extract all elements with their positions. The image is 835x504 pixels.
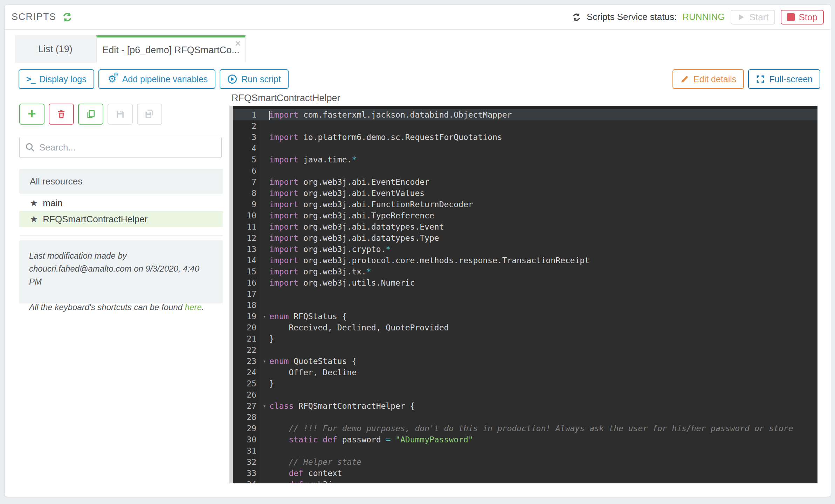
refresh-icon[interactable]	[62, 12, 73, 22]
code-line[interactable]: 20 Received, Declined, QuoteProvided	[233, 322, 817, 333]
code-text: import org.web3j.abi.EventEncoder	[269, 176, 429, 188]
tab-edit-label: Edit - [p6_demo] RFQSmartCo...	[102, 45, 240, 56]
fold-spacer	[260, 210, 269, 221]
save-script-button[interactable]	[108, 104, 133, 125]
delete-script-button[interactable]	[49, 104, 74, 125]
code-line[interactable]: 3import io.platform6.demo.sc.RequestForQ…	[233, 132, 817, 143]
code-text: import org.web3j.abi.TypeReference	[269, 210, 434, 221]
line-number: 30	[233, 434, 260, 445]
code-line[interactable]: 9import org.web3j.abi.FunctionReturnDeco…	[233, 199, 817, 210]
line-number: 27	[233, 400, 260, 412]
code-line[interactable]: 11import org.web3j.abi.datatypes.Event	[233, 221, 817, 232]
fold-spacer	[260, 445, 269, 456]
line-number: 22	[233, 344, 260, 356]
shortcuts-line: All the keyboard's shortcuts can be foun…	[29, 301, 213, 314]
fold-toggle-icon[interactable]: ▾	[260, 356, 269, 367]
code-text: }	[269, 333, 274, 344]
code-line[interactable]: 24 Offer, Decline	[233, 367, 817, 378]
run-script-button[interactable]: Run script	[220, 69, 289, 89]
groovy-script-icon: ★	[30, 215, 38, 224]
fold-spacer	[260, 176, 269, 188]
play-icon	[737, 13, 745, 21]
code-line[interactable]: 27▾class RFQSmartContractHelper {	[233, 400, 817, 412]
add-pipeline-variables-button[interactable]: ⚙⚙ Add pipeline variables	[98, 69, 216, 89]
tab-list[interactable]: List (19)	[15, 35, 96, 63]
edit-details-label: Edit details	[693, 75, 736, 84]
code-line[interactable]: 30 static def password = "ADummyPassword…	[233, 434, 817, 445]
save-all-button[interactable]	[137, 104, 162, 125]
search-icon	[25, 142, 35, 153]
shortcuts-prefix: All the keyboard's shortcuts can be foun…	[29, 302, 185, 312]
tab-edit[interactable]: Edit - [p6_demo] RFQSmartCo... ×	[96, 35, 246, 63]
code-text: import org.web3j.abi.FunctionReturnDecod…	[269, 199, 473, 210]
code-line[interactable]: 29 // !!! For demo purposes, don't do th…	[233, 423, 817, 434]
start-button[interactable]: Start	[731, 10, 775, 24]
code-line[interactable]: 12import org.web3j.abi.datatypes.Type	[233, 232, 817, 244]
code-line[interactable]: 21}	[233, 333, 817, 344]
display-logs-button[interactable]: >_ Display logs	[19, 69, 94, 89]
play-circle-icon	[227, 74, 237, 84]
gears-icon: ⚙⚙	[106, 74, 118, 84]
service-refresh-icon[interactable]	[572, 13, 581, 22]
stop-button[interactable]: Stop	[781, 10, 824, 24]
shortcuts-link[interactable]: here	[185, 302, 202, 312]
line-number: 23	[233, 356, 260, 367]
resource-item[interactable]: ★RFQSmartContractHelper	[19, 211, 223, 227]
code-line[interactable]: 7import org.web3j.abi.EventEncoder	[233, 176, 817, 188]
code-area[interactable]: 1import com.fasterxml.jackson.databind.O…	[233, 106, 817, 483]
code-lines: 1import com.fasterxml.jackson.databind.O…	[233, 109, 817, 483]
code-line[interactable]: 5import java.time.*	[233, 154, 817, 165]
code-line[interactable]: 19▾enum RFQStatus {	[233, 311, 817, 322]
code-line[interactable]: 18	[233, 300, 817, 311]
code-line[interactable]: 4	[233, 143, 817, 154]
code-line[interactable]: 33 def context	[233, 468, 817, 479]
line-number: 14	[233, 255, 260, 266]
fold-spacer	[260, 468, 269, 479]
last-modification-line2: choucri.fahed@amalto.com on 9/3/2020, 4:…	[29, 262, 213, 288]
fold-spacer	[260, 333, 269, 344]
code-line[interactable]: 25}	[233, 378, 817, 389]
fold-toggle-icon[interactable]: ▾	[260, 400, 269, 412]
editor-top-band	[233, 106, 817, 109]
fullscreen-icon	[756, 75, 765, 84]
code-line[interactable]: 16import org.web3j.utils.Numeric	[233, 277, 817, 288]
resource-item-label: RFQSmartContractHelper	[43, 214, 147, 225]
code-line[interactable]: 17	[233, 288, 817, 300]
code-line[interactable]: 32 // Helper state	[233, 456, 817, 468]
code-line[interactable]: 6	[233, 165, 817, 176]
shortcuts-suffix: .	[202, 302, 204, 312]
full-screen-button[interactable]: Full-screen	[748, 69, 820, 89]
stop-icon	[787, 13, 795, 21]
code-text: import org.web3j.utils.Numeric	[269, 277, 415, 288]
code-text: import java.time.*	[269, 154, 357, 165]
close-icon[interactable]: ×	[235, 38, 241, 49]
code-line[interactable]: 13import org.web3j.crypto.*	[233, 244, 817, 255]
info-box: Last modification made by choucri.fahed@…	[19, 240, 223, 303]
resource-item[interactable]: ★main	[19, 195, 223, 211]
code-text: Offer, Decline	[269, 367, 357, 378]
code-line[interactable]: 2	[233, 120, 817, 132]
edit-details-button[interactable]: Edit details	[672, 69, 744, 89]
add-script-button[interactable]: +	[19, 104, 44, 125]
editor-scrollbar[interactable]	[229, 106, 233, 483]
code-line[interactable]: 26	[233, 389, 817, 400]
code-line[interactable]: 23▾enum QuoteStatus {	[233, 356, 817, 367]
code-line[interactable]: 34 def web3j	[233, 479, 817, 483]
code-line[interactable]: 31	[233, 445, 817, 456]
code-line[interactable]: 28	[233, 412, 817, 423]
code-line[interactable]: 15import org.web3j.tx.*	[233, 266, 817, 277]
line-number: 8	[233, 188, 260, 199]
code-line[interactable]: 10import org.web3j.abi.TypeReference	[233, 210, 817, 221]
line-number: 5	[233, 154, 260, 165]
line-number: 1	[233, 109, 260, 120]
duplicate-script-button[interactable]	[78, 104, 103, 125]
code-line[interactable]: 1import com.fasterxml.jackson.databind.O…	[233, 109, 817, 120]
service-status-label: Scripts Service status:	[587, 12, 677, 22]
code-line[interactable]: 8import org.web3j.abi.EventValues	[233, 188, 817, 199]
fold-toggle-icon[interactable]: ▾	[260, 311, 269, 322]
code-text: static def password = "ADummyPassword"	[269, 434, 473, 445]
search-input[interactable]	[19, 137, 222, 158]
code-line[interactable]: 14import org.web3j.protocol.core.methods…	[233, 255, 817, 266]
code-line[interactable]: 22	[233, 344, 817, 356]
app-header: SCRIPTS	[5, 5, 831, 30]
